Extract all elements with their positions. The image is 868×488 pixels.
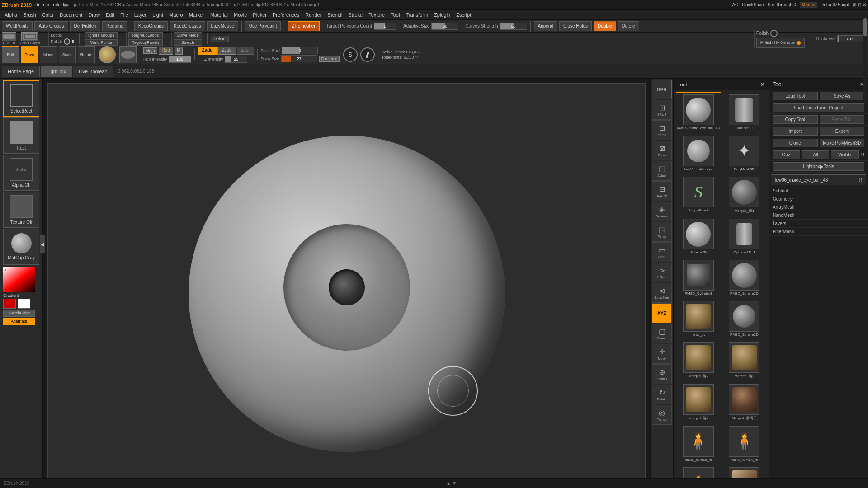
tool-item-9[interactable]: PM3D_Sphere3D: [722, 258, 767, 298]
menu-color[interactable]: Color: [39, 11, 57, 19]
edit-btn[interactable]: Edit: [2, 46, 19, 63]
polish-section-dial[interactable]: [770, 30, 778, 37]
tool-item-11[interactable]: PM3D_Sphere3D: [722, 299, 767, 339]
lightbox-tools-btn[interactable]: Lightbox▶Tools: [773, 162, 864, 171]
tool-item-5[interactable]: Merged_葫1: [722, 174, 767, 216]
frp-fibermesh-item[interactable]: FiberMesh: [769, 228, 868, 236]
append-btn[interactable]: Append: [534, 21, 557, 31]
texture-off-btn[interactable]: Texture Off: [3, 192, 39, 228]
tool-shelf-scroll-thumb[interactable]: [863, 18, 867, 36]
scale-btn[interactable]: Scale: [59, 46, 76, 63]
weld-points-btn2[interactable]: Weld Points: [85, 39, 118, 46]
delete-btn2[interactable]: Delete: [211, 36, 229, 42]
frp-nanomesh-item[interactable]: NanoMesh: [769, 211, 868, 220]
rect-btn[interactable]: Rect: [3, 117, 39, 154]
keep-creases-btn[interactable]: KeepCreases: [170, 21, 205, 31]
spix-btn[interactable]: ⊞ SPix 3: [652, 100, 672, 120]
clone-btn[interactable]: Clone: [773, 139, 818, 147]
polish-dial[interactable]: [64, 38, 70, 45]
regroup-panels-btn[interactable]: RegroupPanels: [128, 39, 163, 46]
draw-btn[interactable]: Draw: [21, 46, 38, 63]
import-btn[interactable]: Import: [773, 127, 818, 136]
foreground-color-swatch[interactable]: [3, 299, 16, 309]
matcap-btn[interactable]: MatCap Gray: [3, 229, 39, 265]
menu-alpha[interactable]: Alpha: [2, 11, 20, 19]
flat-brush-icon[interactable]: [119, 46, 137, 63]
rotate-btn[interactable]: Rotate: [78, 46, 95, 63]
menu-layer[interactable]: Layer: [132, 11, 150, 19]
delete-btn[interactable]: Delete: [618, 21, 639, 31]
curve-mode-btn[interactable]: Curve Mode: [174, 32, 202, 38]
load-tools-from-project-btn[interactable]: Load Tools From Project: [773, 103, 864, 112]
ac-btn[interactable]: AC: [732, 2, 738, 7]
move-icon-btn[interactable]: ✛ Move: [652, 344, 672, 364]
persp-btn[interactable]: ◲ Persp: [652, 222, 672, 242]
tool-item-3[interactable]: ✦ PolyMesh3D: [722, 133, 767, 174]
tool-item-1[interactable]: Cylinder3D: [722, 92, 767, 132]
polish-by-groups-btn[interactable]: Polish By Groups: [756, 38, 805, 48]
frame-btn[interactable]: ▢ Frame: [652, 324, 672, 343]
make-polymesh3d-btn[interactable]: Make PolyMesh3D: [820, 139, 865, 147]
tab-lightbox[interactable]: LightBox: [41, 66, 72, 77]
tool-item-2[interactable]: low06_inside_eye: [676, 133, 721, 174]
menu-stroke[interactable]: Stroke: [345, 11, 365, 19]
alternate-btn[interactable]: Alternate: [3, 318, 35, 325]
z-intensity-slider[interactable]: 25: [225, 56, 247, 63]
switch-color-btn[interactable]: SwitchColor: [3, 310, 35, 317]
double-btn[interactable]: Double: [594, 21, 616, 31]
bpr-btn[interactable]: BPR: [652, 80, 672, 99]
focal-shift-slider[interactable]: 0: [282, 47, 318, 54]
dynamic-mode-btn[interactable]: ◈ Dynamic: [652, 202, 672, 221]
frp-arraymesh-item[interactable]: ArrayMesh: [769, 203, 868, 211]
panel-loops-icon[interactable]: [21, 32, 38, 41]
menu-brush[interactable]: Brush: [20, 11, 39, 19]
default-zscript-btn[interactable]: DefaultZScript: [821, 2, 849, 7]
load-tool-btn[interactable]: Load Tool: [773, 92, 818, 100]
menu-marker[interactable]: Marker: [186, 11, 207, 19]
tool-item-15[interactable]: Merged_带绳子: [722, 382, 767, 423]
line-fill-icon[interactable]: [2, 32, 16, 41]
menu-movie[interactable]: Movie: [231, 11, 250, 19]
keep-groups-btn[interactable]: KeepGroups: [134, 21, 168, 31]
tool-item-17[interactable]: 🧍 make_human_ro: [722, 424, 767, 464]
zoom-dial[interactable]: [360, 47, 375, 62]
scroll-btn[interactable]: ⊡ Scroll: [652, 120, 672, 140]
quicksave-btn[interactable]: QuickSave: [742, 2, 764, 7]
regroup-loops-btn[interactable]: RegroupLoops: [128, 32, 163, 38]
tool-item-13[interactable]: Merged_葫3: [722, 340, 767, 381]
transp-btn[interactable]: ◎ Transp: [652, 405, 672, 425]
menu-stencil[interactable]: Stencil: [325, 11, 345, 19]
mrgb-btn[interactable]: Mrgb: [143, 47, 157, 54]
tool-item-7[interactable]: Cylinder3D_1: [722, 216, 767, 257]
menus-btn[interactable]: Menus: [800, 2, 817, 8]
menu-zscript[interactable]: Zscript: [453, 11, 474, 19]
close-holes-btn[interactable]: Close Holes: [559, 21, 592, 31]
tool-shelf-close-icon[interactable]: ✕: [760, 81, 765, 88]
del-hidden-btn[interactable]: Del Hidden: [70, 21, 100, 31]
rgb-intensity-slider[interactable]: 100: [169, 56, 191, 63]
frp-subtool-item[interactable]: Subtool: [769, 187, 868, 195]
left-panel-collapse-tab[interactable]: ◀: [40, 235, 43, 253]
menu-document[interactable]: Document: [57, 11, 85, 19]
tab-live-boolean[interactable]: Live Boolean: [73, 66, 113, 77]
tool-item-12[interactable]: Merged_葫2: [676, 340, 721, 381]
frp-geometry-item[interactable]: Geometry: [769, 195, 868, 203]
menu-transform[interactable]: Transform: [403, 11, 431, 19]
aahalf-btn[interactable]: ⊟ AAHalf: [652, 181, 672, 201]
menu-light[interactable]: Light: [150, 11, 166, 19]
viewport[interactable]: [47, 83, 646, 488]
round-brush-icon[interactable]: [99, 46, 116, 63]
adaptive-size-slider[interactable]: 50: [431, 23, 458, 30]
menu-render[interactable]: Render: [302, 11, 324, 19]
menu-macro[interactable]: Macro: [166, 11, 186, 19]
s-circle[interactable]: S: [343, 47, 358, 62]
select-rect-btn[interactable]: SelectRect: [3, 80, 39, 117]
rgb-btn[interactable]: Rgb: [159, 47, 173, 55]
menu-zplugin[interactable]: Zplugin: [431, 11, 453, 19]
tool-item-6[interactable]: Sphere3D: [676, 216, 721, 257]
canvas-area[interactable]: [43, 79, 650, 488]
tool-item-14[interactable]: Merged_葫4: [676, 382, 721, 423]
paste-tool-btn[interactable]: Paste Tool: [820, 115, 865, 124]
floor-btn[interactable]: ▭ Floor: [652, 242, 672, 262]
ignore-groups-btn[interactable]: Ignore Groups: [85, 32, 118, 38]
